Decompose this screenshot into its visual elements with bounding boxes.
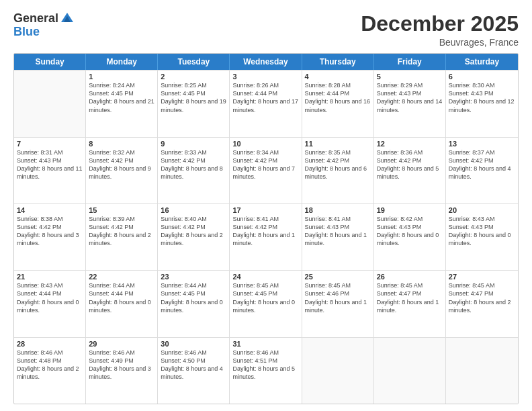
week-3: 14Sunrise: 8:38 AM Sunset: 4:42 PM Dayli…	[14, 203, 518, 270]
header-thursday: Thursday	[302, 54, 374, 70]
logo-icon	[60, 10, 75, 25]
day-info: Sunrise: 8:44 AM Sunset: 4:44 PM Dayligh…	[89, 281, 154, 314]
day-info: Sunrise: 8:46 AM Sunset: 4:51 PM Dayligh…	[232, 349, 298, 381]
day-info: Sunrise: 8:45 AM Sunset: 4:45 PM Dayligh…	[232, 281, 298, 314]
day-info: Sunrise: 8:26 AM Sunset: 4:44 PM Dayligh…	[232, 81, 298, 114]
header-friday: Friday	[374, 54, 446, 70]
day-info: Sunrise: 8:45 AM Sunset: 4:47 PM Dayligh…	[449, 281, 515, 314]
title-location: Beuvrages, France	[361, 37, 519, 48]
day-number: 14	[17, 206, 83, 214]
header: General Blue December 2025 Beuvrages, Fr…	[13, 12, 519, 48]
logo: General Blue	[13, 12, 75, 39]
day-cell-10: 10Sunrise: 8:34 AM Sunset: 4:42 PM Dayli…	[230, 138, 302, 203]
day-cell-27: 27Sunrise: 8:45 AM Sunset: 4:47 PM Dayli…	[446, 271, 518, 336]
day-cell-empty	[14, 71, 86, 136]
day-cell-20: 20Sunrise: 8:43 AM Sunset: 4:43 PM Dayli…	[446, 204, 518, 270]
day-info: Sunrise: 8:33 AM Sunset: 4:42 PM Dayligh…	[161, 148, 226, 181]
day-cell-13: 13Sunrise: 8:37 AM Sunset: 4:42 PM Dayli…	[446, 138, 518, 203]
day-number: 15	[89, 206, 154, 214]
day-cell-15: 15Sunrise: 8:39 AM Sunset: 4:42 PM Dayli…	[86, 204, 158, 270]
day-number: 23	[161, 273, 226, 281]
day-info: Sunrise: 8:41 AM Sunset: 4:42 PM Dayligh…	[232, 215, 298, 248]
week-1: 1Sunrise: 8:24 AM Sunset: 4:45 PM Daylig…	[14, 70, 518, 136]
day-number: 10	[232, 140, 298, 148]
day-info: Sunrise: 8:46 AM Sunset: 4:48 PM Dayligh…	[17, 349, 83, 381]
calendar-body: 1Sunrise: 8:24 AM Sunset: 4:45 PM Daylig…	[14, 70, 518, 404]
week-5: 28Sunrise: 8:46 AM Sunset: 4:48 PM Dayli…	[14, 337, 518, 404]
day-cell-22: 22Sunrise: 8:44 AM Sunset: 4:44 PM Dayli…	[86, 271, 158, 336]
day-info: Sunrise: 8:36 AM Sunset: 4:42 PM Dayligh…	[377, 148, 443, 181]
day-info: Sunrise: 8:45 AM Sunset: 4:47 PM Dayligh…	[377, 281, 443, 314]
day-number: 18	[305, 206, 371, 214]
day-cell-21: 21Sunrise: 8:43 AM Sunset: 4:44 PM Dayli…	[14, 271, 86, 336]
day-cell-17: 17Sunrise: 8:41 AM Sunset: 4:42 PM Dayli…	[230, 204, 302, 270]
day-info: Sunrise: 8:44 AM Sunset: 4:45 PM Dayligh…	[161, 281, 226, 314]
day-info: Sunrise: 8:43 AM Sunset: 4:44 PM Dayligh…	[17, 281, 83, 314]
day-number: 25	[305, 273, 371, 281]
day-cell-2: 2Sunrise: 8:25 AM Sunset: 4:45 PM Daylig…	[158, 71, 230, 136]
day-number: 29	[89, 340, 154, 348]
day-info: Sunrise: 8:46 AM Sunset: 4:49 PM Dayligh…	[89, 349, 154, 381]
day-info: Sunrise: 8:31 AM Sunset: 4:43 PM Dayligh…	[17, 148, 83, 181]
day-info: Sunrise: 8:24 AM Sunset: 4:45 PM Dayligh…	[89, 81, 154, 114]
day-number: 27	[449, 273, 515, 281]
day-number: 2	[161, 73, 226, 81]
day-info: Sunrise: 8:46 AM Sunset: 4:50 PM Dayligh…	[161, 349, 226, 381]
day-cell-25: 25Sunrise: 8:45 AM Sunset: 4:46 PM Dayli…	[302, 271, 374, 336]
day-info: Sunrise: 8:39 AM Sunset: 4:42 PM Dayligh…	[89, 215, 154, 248]
day-info: Sunrise: 8:29 AM Sunset: 4:43 PM Dayligh…	[377, 81, 443, 114]
day-number: 26	[377, 273, 443, 281]
header-sunday: Sunday	[14, 54, 86, 70]
day-number: 22	[89, 273, 154, 281]
day-cell-4: 4Sunrise: 8:28 AM Sunset: 4:44 PM Daylig…	[302, 71, 374, 136]
day-cell-7: 7Sunrise: 8:31 AM Sunset: 4:43 PM Daylig…	[14, 138, 86, 203]
day-number: 4	[305, 73, 371, 81]
day-info: Sunrise: 8:42 AM Sunset: 4:43 PM Dayligh…	[377, 215, 443, 248]
page: General Blue December 2025 Beuvrages, Fr…	[0, 0, 532, 411]
day-info: Sunrise: 8:45 AM Sunset: 4:46 PM Dayligh…	[305, 281, 371, 314]
day-number: 6	[449, 73, 515, 81]
header-saturday: Saturday	[446, 54, 518, 70]
day-cell-24: 24Sunrise: 8:45 AM Sunset: 4:45 PM Dayli…	[230, 271, 302, 336]
day-number: 12	[377, 140, 443, 148]
header-monday: Monday	[86, 54, 158, 70]
day-number: 24	[232, 273, 298, 281]
day-cell-19: 19Sunrise: 8:42 AM Sunset: 4:43 PM Dayli…	[374, 204, 446, 270]
day-cell-8: 8Sunrise: 8:32 AM Sunset: 4:42 PM Daylig…	[86, 138, 158, 203]
day-number: 30	[161, 340, 226, 348]
day-cell-9: 9Sunrise: 8:33 AM Sunset: 4:42 PM Daylig…	[158, 138, 230, 203]
day-cell-empty	[302, 338, 374, 404]
day-number: 5	[377, 73, 443, 81]
day-info: Sunrise: 8:43 AM Sunset: 4:43 PM Dayligh…	[449, 215, 515, 248]
day-number: 13	[449, 140, 515, 148]
day-info: Sunrise: 8:37 AM Sunset: 4:42 PM Dayligh…	[449, 148, 515, 181]
day-cell-23: 23Sunrise: 8:44 AM Sunset: 4:45 PM Dayli…	[158, 271, 230, 336]
day-cell-28: 28Sunrise: 8:46 AM Sunset: 4:48 PM Dayli…	[14, 338, 86, 404]
day-cell-11: 11Sunrise: 8:35 AM Sunset: 4:42 PM Dayli…	[302, 138, 374, 203]
day-number: 20	[449, 206, 515, 214]
day-cell-31: 31Sunrise: 8:46 AM Sunset: 4:51 PM Dayli…	[230, 338, 302, 404]
day-info: Sunrise: 8:25 AM Sunset: 4:45 PM Dayligh…	[161, 81, 226, 114]
header-wednesday: Wednesday	[230, 54, 302, 70]
day-number: 16	[161, 206, 226, 214]
header-tuesday: Tuesday	[158, 54, 230, 70]
day-number: 9	[161, 140, 226, 148]
calendar-header: SundayMondayTuesdayWednesdayThursdayFrid…	[14, 54, 518, 70]
calendar: SundayMondayTuesdayWednesdayThursdayFrid…	[13, 53, 519, 404]
day-cell-12: 12Sunrise: 8:36 AM Sunset: 4:42 PM Dayli…	[374, 138, 446, 203]
week-2: 7Sunrise: 8:31 AM Sunset: 4:43 PM Daylig…	[14, 137, 518, 203]
day-number: 21	[17, 273, 83, 281]
day-number: 7	[17, 140, 83, 148]
day-cell-14: 14Sunrise: 8:38 AM Sunset: 4:42 PM Dayli…	[14, 204, 86, 270]
day-number: 8	[89, 140, 154, 148]
day-info: Sunrise: 8:40 AM Sunset: 4:42 PM Dayligh…	[161, 215, 226, 248]
day-cell-1: 1Sunrise: 8:24 AM Sunset: 4:45 PM Daylig…	[86, 71, 158, 136]
day-number: 31	[232, 340, 298, 348]
day-number: 17	[232, 206, 298, 214]
day-number: 28	[17, 340, 83, 348]
day-cell-30: 30Sunrise: 8:46 AM Sunset: 4:50 PM Dayli…	[158, 338, 230, 404]
logo-blue: Blue	[13, 25, 40, 38]
week-4: 21Sunrise: 8:43 AM Sunset: 4:44 PM Dayli…	[14, 270, 518, 336]
day-info: Sunrise: 8:35 AM Sunset: 4:42 PM Dayligh…	[305, 148, 371, 181]
day-cell-5: 5Sunrise: 8:29 AM Sunset: 4:43 PM Daylig…	[374, 71, 446, 136]
